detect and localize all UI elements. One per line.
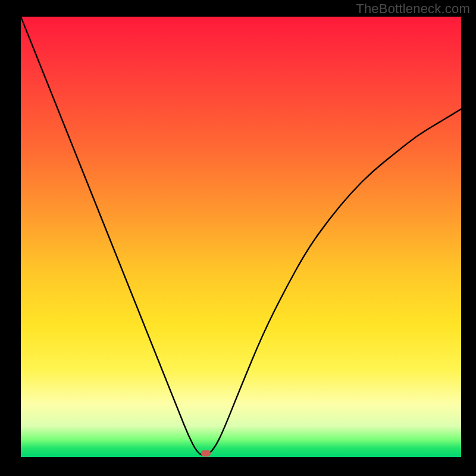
plot-area [21, 17, 461, 457]
curve-svg [21, 17, 461, 457]
bottleneck-curve-path [21, 17, 461, 456]
chart-frame: TheBottleneck.com [0, 0, 476, 476]
watermark-text: TheBottleneck.com [356, 1, 470, 17]
minimum-marker [201, 450, 211, 457]
